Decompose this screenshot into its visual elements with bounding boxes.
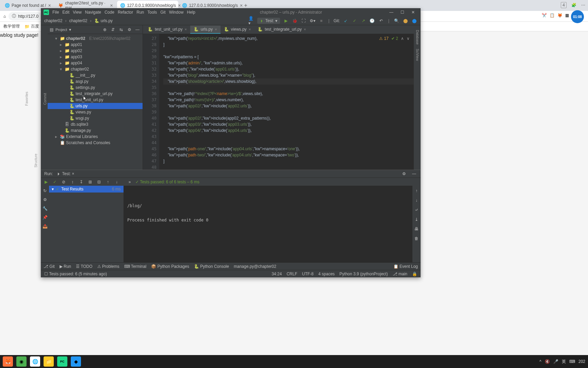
clear-icon[interactable]: 🗑 [413, 235, 420, 242]
sort-icon[interactable]: ↕ [69, 179, 76, 185]
home-icon[interactable]: ⌂ [3, 14, 6, 19]
git-history-icon[interactable]: 🕐 [369, 18, 375, 24]
editor-tab[interactable]: 🐍test_unit_url.py× [144, 26, 190, 34]
app-icon[interactable]: ◉ [16, 356, 27, 367]
chrome-icon[interactable]: 🌐 [30, 356, 40, 367]
ext-icon[interactable]: 🦊 [557, 13, 562, 18]
profile-button[interactable]: ⚙▾ [309, 18, 315, 24]
code-editor[interactable]: ⚠ 17 ✔ 2 ∧ ∨ 272829303132333435363738394… [143, 34, 414, 170]
search-icon[interactable]: 🔍 [393, 18, 399, 24]
badge[interactable]: 4 [561, 2, 567, 8]
chevron-up-icon[interactable]: ^ [539, 359, 541, 364]
tree-root[interactable]: ▾📁chapter02 E:\net22059\chapter02 [48, 35, 143, 42]
mic-icon[interactable]: 🎤 [553, 359, 558, 364]
keyboard-icon[interactable]: ⌨ [569, 359, 575, 364]
sciview-toolwin-tab[interactable]: SciView [415, 47, 420, 63]
scissors-icon[interactable]: ✂️ [542, 13, 547, 18]
volume-icon[interactable]: 🔇 [545, 359, 550, 364]
print-icon[interactable]: 🖶 [413, 226, 420, 232]
ide-avatar-icon[interactable]: ⬤ [411, 18, 417, 24]
sort2-icon[interactable]: ↧ [78, 179, 84, 185]
tree-file[interactable]: 🐍test_integrate_url.py [48, 91, 143, 97]
tree-file[interactable]: 🐍settings.py [48, 85, 143, 91]
tree-file[interactable]: 🐍wsgi.py [48, 115, 143, 121]
expand-icon[interactable]: ⇵ [110, 27, 116, 33]
coverage-button[interactable]: ⛶ [300, 18, 307, 24]
close-button[interactable]: ✕ [408, 9, 418, 15]
expand-icon[interactable]: ⊞ [87, 179, 93, 185]
menu-view[interactable]: View [73, 10, 82, 15]
minimize-button[interactable]: — [387, 9, 396, 15]
tree-folder[interactable]: ▸📁app01 [48, 42, 143, 48]
inspection-widget[interactable]: ⚠ 17 ✔ 2 ∧ ∨ [379, 36, 410, 41]
menu-git[interactable]: Git [160, 10, 165, 15]
menu-window[interactable]: Window [169, 10, 184, 15]
indent[interactable]: 4 spaces [318, 272, 335, 276]
tree-file[interactable]: 🐍__init__.py [48, 72, 143, 78]
timer-badge[interactable]: 01:08 [571, 10, 584, 23]
git-toolwin[interactable]: ⎇ Git [44, 264, 55, 269]
run-button[interactable]: ▶ [283, 18, 289, 24]
export-icon[interactable]: 📤 [42, 223, 48, 229]
menu-edit[interactable]: Edit [62, 10, 69, 15]
system-tray[interactable]: ^ 🔇 🎤 英 ⌨ 202 [539, 359, 585, 365]
menu-code[interactable]: Code [104, 10, 114, 15]
close-icon[interactable]: × [215, 27, 217, 31]
tree-libs[interactable]: ▸📚External Libraries [48, 134, 143, 140]
rerun-icon[interactable]: ▶ [43, 179, 49, 185]
bookmark[interactable]: 📁 百度 [24, 24, 39, 29]
code-content[interactable]: "kw">path('reports/<int:id>/',myviews.sh… [159, 34, 414, 170]
wrench-icon[interactable]: 🔧 [42, 205, 48, 212]
tree-folder[interactable]: ▸📁app02 [48, 48, 143, 54]
tree-folder[interactable]: ▾📁chapter02 [48, 66, 143, 72]
encoding[interactable]: UTF-8 [302, 272, 314, 276]
tree-scratches[interactable]: 📋Scratches and Consoles [48, 140, 143, 146]
packages-toolwin[interactable]: 📦 Python Packages [151, 264, 189, 269]
up-icon[interactable]: ↑ [105, 179, 111, 185]
ext-icon[interactable]: 📋 [550, 13, 555, 18]
manage-toolwin[interactable]: manage.py@chapter02 [234, 264, 276, 269]
hide-icon[interactable]: — [134, 27, 141, 33]
up-arrow-icon[interactable]: ↑ [413, 188, 420, 194]
stop-button[interactable]: ■ [318, 18, 324, 24]
address-bar[interactable]: ⓘhttp://127.0 [9, 12, 42, 20]
puzzle-icon[interactable]: 🧩 [571, 3, 576, 7]
bookmark[interactable]: 教学管理 [3, 24, 20, 29]
console-toolwin[interactable]: 🐍 Python Console [194, 264, 229, 269]
chevron-up-icon[interactable]: ∧ [401, 36, 404, 41]
project-tree[interactable]: ▾📁chapter02 E:\net22059\chapter02 ▸📁app0… [48, 34, 143, 170]
soft-wrap-icon[interactable]: ⤶ [413, 207, 420, 213]
close-icon[interactable]: × [304, 27, 306, 31]
more-icon[interactable]: » [127, 179, 133, 185]
todo-toolwin[interactable]: ☰ TODO [76, 264, 93, 269]
problems-toolwin[interactable]: ⚠ Problems [97, 264, 119, 269]
tree-file-selected[interactable]: 🐍urls.py [48, 103, 143, 109]
grid-icon[interactable]: ▦ [565, 13, 569, 18]
toggle-auto-icon[interactable]: ⚙ [42, 197, 48, 203]
editor-tab[interactable]: 🐍test_integrate_url.py× [254, 26, 309, 34]
chevron-down-icon[interactable]: ∨ [407, 36, 410, 41]
run-config-label[interactable]: ⏵ Test: × [57, 171, 74, 176]
line-sep[interactable]: CRLF [287, 272, 297, 276]
collapse-icon[interactable]: ⇆ [118, 27, 124, 33]
editor-tab[interactable]: 🐍urls.py× [190, 26, 220, 34]
debug-button[interactable]: 🐞 [292, 18, 298, 24]
pycharm-icon[interactable]: PC [57, 356, 67, 367]
ide-settings-icon[interactable]: ⬤ [402, 18, 408, 24]
interpreter[interactable]: Python 3.9 (pythonProject) [340, 272, 388, 276]
menu-file[interactable]: File [52, 10, 59, 15]
down-arrow-icon[interactable]: ↓ [413, 197, 420, 203]
structure-toolwin-tab[interactable]: Structure [33, 152, 38, 170]
maximize-button[interactable]: ☐ [397, 9, 407, 15]
run-toolwin[interactable]: ▶ Run [60, 264, 71, 269]
tree-file[interactable]: 🐍asgi.py [48, 78, 143, 85]
close-icon[interactable]: × [110, 3, 113, 8]
tree-file[interactable]: 🐍manage.py [48, 127, 143, 134]
gear-icon[interactable]: ⚙ [401, 171, 407, 177]
run-config-selector[interactable]: ⏵Test:▾ [257, 18, 280, 24]
locate-icon[interactable]: ⊕ [102, 27, 108, 33]
tree-folder[interactable]: ▸📁app03 [48, 54, 143, 60]
git-push-icon[interactable]: ↗ [360, 18, 366, 24]
menu-refactor[interactable]: Refactor [118, 10, 133, 15]
menu-navigate[interactable]: Navigate [85, 10, 101, 15]
